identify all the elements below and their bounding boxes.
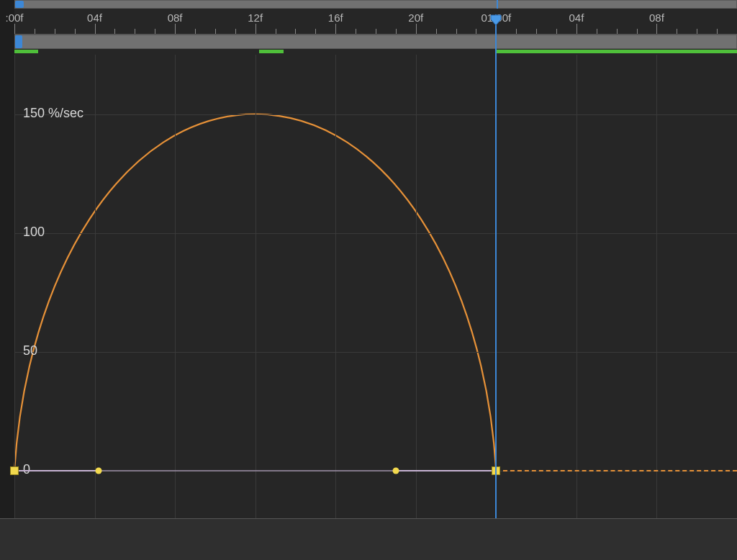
ruler-tick-minor (597, 29, 597, 34)
graph-type1-button[interactable] (620, 528, 641, 548)
ruler-label: 04f (569, 12, 584, 24)
ruler-tick-minor (556, 29, 557, 34)
ruler-tick-minor (295, 29, 296, 34)
ruler-tick-minor (617, 29, 618, 34)
grid-horizontal (14, 233, 737, 234)
timeline-navigator[interactable] (14, 0, 737, 9)
ruler-tick-minor (637, 29, 638, 34)
baseline (14, 470, 496, 471)
work-area-start-handle[interactable] (15, 35, 22, 48)
time-ruler[interactable]: :00f04f08f12f16f20f01:00f04f08f (14, 9, 737, 35)
ruler-tick-minor (356, 29, 356, 34)
bezier-handle[interactable] (392, 467, 399, 474)
grid-vertical (175, 55, 176, 518)
ruler-tick-minor (155, 29, 155, 34)
layer-duration-strip (14, 49, 737, 55)
ruler-tick-minor (396, 29, 397, 34)
grid-vertical (14, 55, 15, 518)
ruler-tick-minor (536, 29, 537, 34)
curve-canvas (14, 55, 737, 518)
ruler-tick-minor (315, 29, 316, 34)
navigator-thumb[interactable] (15, 1, 24, 8)
navigator-playhead-mark (497, 0, 498, 9)
ruler-tick-minor (276, 29, 276, 34)
ruler-tick-minor (677, 29, 677, 34)
grid-vertical (256, 55, 256, 518)
ruler-tick-minor (456, 29, 457, 34)
ruler-tick-minor (135, 29, 135, 34)
curve-extrapolation (496, 470, 737, 471)
playhead-cap-icon[interactable] (490, 14, 502, 26)
ruler-label: 08f (649, 12, 664, 24)
graph-editor-toolbar (0, 518, 737, 560)
y-axis-label: 100 (23, 225, 45, 240)
show-props-button[interactable] (448, 528, 468, 548)
ruler-label: 12f (248, 12, 263, 24)
snap-button[interactable] (508, 528, 528, 548)
grid-vertical (416, 55, 417, 518)
bounds-button[interactable] (478, 528, 498, 548)
grid-vertical (95, 55, 96, 518)
ruler-tick-minor (476, 29, 476, 34)
y-axis-label: 150 %/sec (23, 106, 83, 121)
y-axis-label: 50 (23, 343, 37, 358)
ruler-tick-minor (516, 29, 517, 34)
ruler-tick-minor (215, 29, 216, 34)
layer-segment (259, 50, 283, 53)
ruler-tick-minor (55, 29, 55, 34)
ruler-tick-minor (114, 29, 115, 34)
grid-vertical (335, 55, 336, 518)
ruler-label: :00f (5, 12, 23, 24)
speed-graph[interactable]: 150 %/sec100500 (14, 55, 737, 518)
layer-segment (496, 50, 737, 53)
ruler-tick-minor (235, 29, 236, 34)
layer-segment (14, 50, 38, 53)
left-gutter (0, 0, 14, 518)
work-area-bar[interactable] (14, 35, 737, 49)
fit-graph-button[interactable] (590, 528, 610, 548)
ruler-tick-minor (697, 29, 697, 34)
grid-vertical (577, 55, 577, 518)
graph-type2-button[interactable] (651, 528, 671, 548)
bezier-handle[interactable] (96, 467, 102, 474)
ruler-tick-minor (436, 29, 437, 34)
grid-horizontal (14, 352, 737, 353)
grid-horizontal (14, 114, 737, 115)
ruler-tick-minor (35, 29, 35, 34)
grid-vertical (656, 55, 657, 518)
keyframe[interactable] (10, 466, 19, 475)
ruler-label: 16f (328, 12, 343, 24)
ruler-tick-minor (376, 29, 376, 34)
ruler-label: 08f (168, 12, 183, 24)
playhead[interactable] (495, 14, 497, 518)
ruler-label: 04f (87, 12, 102, 24)
visibility-button[interactable] (417, 528, 438, 548)
ruler-tick-minor (717, 29, 718, 34)
ruler-tick-minor (75, 29, 76, 34)
ruler-tick-minor (195, 29, 196, 34)
ruler-label: 20f (408, 12, 423, 24)
